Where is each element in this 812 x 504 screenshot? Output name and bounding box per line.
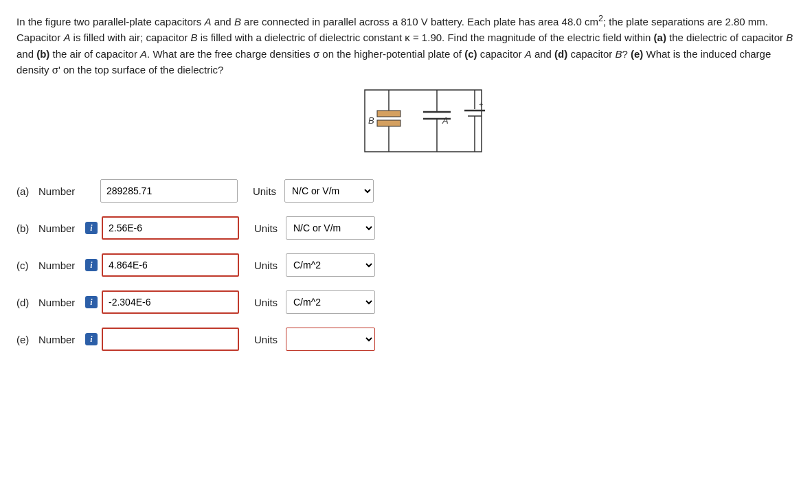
part-number-label-d: Number <box>38 297 85 308</box>
part-letter-d: (d) <box>16 297 38 308</box>
circuit-diagram: B A + <box>317 84 495 160</box>
circuit-figure: B A + <box>16 84 796 160</box>
part-row-a: (a)NumberUnitsN/C or V/mV/mN/C <box>16 172 796 209</box>
part-number-label-c: Number <box>38 260 85 271</box>
units-select-d[interactable]: C/m^2nC/m^2μC/m^2 <box>286 290 375 314</box>
units-select-b[interactable]: N/C or V/mV/mN/C <box>286 216 375 240</box>
number-input-a[interactable] <box>100 179 238 203</box>
number-input-e[interactable] <box>102 328 239 351</box>
part-row-c: (c)NumberiUnitsC/m^2nC/m^2μC/m^2 <box>16 247 796 284</box>
units-label-a: Units <box>245 185 284 197</box>
units-select-c[interactable]: C/m^2nC/m^2μC/m^2 <box>286 253 375 277</box>
svg-text:+: + <box>479 100 483 108</box>
number-input-c[interactable] <box>102 253 239 277</box>
part-number-label-b: Number <box>38 222 85 234</box>
units-select-e[interactable]: C/m^2N/C or V/mnC/m^2 <box>286 328 375 351</box>
units-label-c: Units <box>246 260 286 271</box>
problem-text: In the figure two parallel-plate capacit… <box>16 12 796 78</box>
svg-rect-3 <box>377 120 401 126</box>
part-letter-e: (e) <box>16 334 38 345</box>
info-button-c[interactable]: i <box>85 259 98 271</box>
svg-text:A: A <box>442 115 449 126</box>
part-row-e: (e)NumberiUnitsC/m^2N/C or V/mnC/m^2 <box>16 321 796 358</box>
part-row-d: (d)NumberiUnitsC/m^2nC/m^2μC/m^2 <box>16 284 796 321</box>
info-button-d[interactable]: i <box>85 296 98 308</box>
part-letter-a: (a) <box>16 185 38 197</box>
units-label-b: Units <box>246 222 286 234</box>
number-input-b[interactable] <box>102 216 239 240</box>
part-letter-b: (b) <box>16 222 38 234</box>
number-input-d[interactable] <box>102 290 239 314</box>
info-button-e[interactable]: i <box>85 333 98 345</box>
part-number-label-e: Number <box>38 334 85 345</box>
info-button-b[interactable]: i <box>85 222 98 234</box>
parts-container: (a)NumberUnitsN/C or V/mV/mN/C(b)Numberi… <box>16 172 796 358</box>
units-select-a[interactable]: N/C or V/mV/mN/C <box>284 179 374 203</box>
units-label-e: Units <box>246 334 286 345</box>
svg-rect-2 <box>377 111 401 117</box>
part-row-b: (b)NumberiUnitsN/C or V/mV/mN/C <box>16 209 796 247</box>
part-number-label-a: Number <box>38 185 85 197</box>
units-label-d: Units <box>246 297 286 308</box>
svg-text:B: B <box>368 115 374 126</box>
part-letter-c: (c) <box>16 260 38 271</box>
